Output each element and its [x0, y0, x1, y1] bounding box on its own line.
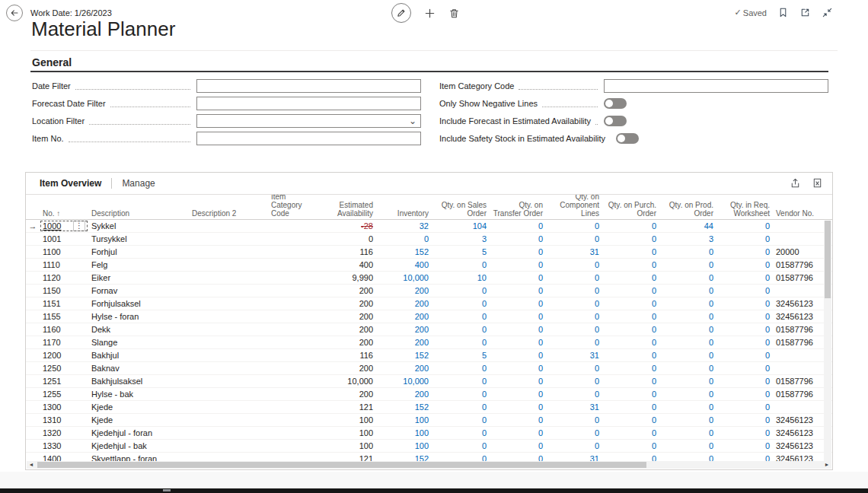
cell-qty-on-transfer-order[interactable]: 0 [490, 427, 546, 439]
column-header-qty-on-sales-order[interactable]: Qty. on Sales Order [432, 195, 490, 219]
cell-qty-on-purch-order[interactable]: 0 [602, 310, 659, 323]
cell-description[interactable]: Forhjul [88, 246, 189, 258]
cell-inventory[interactable]: 200 [376, 310, 432, 323]
cell-qty-on-transfer-order[interactable]: 0 [490, 414, 546, 426]
cell-qty-in-req-worksheet[interactable]: 0 [716, 336, 773, 348]
cell-qty-in-req-worksheet[interactable]: 0 [716, 285, 773, 297]
cell-qty-on-component-lines[interactable]: 0 [546, 336, 602, 348]
cell-inventory[interactable]: 152 [376, 349, 432, 361]
only-show-negative-lines-toggle[interactable] [604, 98, 627, 109]
cell-qty-on-transfer-order[interactable]: 0 [490, 297, 546, 310]
cell-qty-in-req-worksheet[interactable]: 0 [716, 272, 773, 284]
cell-description[interactable]: Baknav [88, 362, 189, 374]
cell-qty-on-prod-order[interactable]: 0 [659, 246, 716, 258]
scroll-right-icon[interactable]: ► [822, 461, 831, 469]
share-button[interactable] [790, 177, 801, 189]
cell-qty-on-purch-order[interactable]: 0 [602, 440, 659, 452]
cell-description[interactable]: Kjedehjul - bak [88, 440, 189, 452]
cell-estimated-availability[interactable]: 200 [320, 388, 376, 400]
cell-no[interactable]: 1310 [40, 414, 88, 426]
cell-description-2[interactable] [189, 323, 268, 336]
cell-description[interactable]: Forhjulsaksel [88, 297, 189, 310]
cell-qty-on-sales-order[interactable]: 0 [432, 362, 490, 374]
location-filter-select[interactable] [196, 114, 421, 128]
cell-qty-on-transfer-order[interactable]: 0 [490, 272, 546, 284]
cell-inventory[interactable]: 152 [376, 401, 432, 413]
cell-inventory[interactable]: 200 [376, 323, 432, 336]
cell-no[interactable]: 1000⋮ [40, 220, 88, 232]
cell-qty-on-transfer-order[interactable]: 0 [490, 336, 546, 348]
cell-qty-on-transfer-order[interactable]: 0 [490, 388, 546, 400]
cell-inventory[interactable]: 200 [376, 336, 432, 348]
cell-qty-in-req-worksheet[interactable]: 0 [716, 323, 773, 336]
cell-qty-on-sales-order[interactable]: 5 [432, 246, 490, 258]
cell-qty-on-sales-order[interactable]: 0 [432, 414, 490, 426]
cell-no[interactable]: 1250 [40, 362, 88, 374]
cell-no[interactable]: 1255 [40, 388, 88, 400]
cell-description-2[interactable] [189, 310, 268, 323]
cell-estimated-availability[interactable]: 9,990 [320, 272, 376, 284]
cell-qty-on-transfer-order[interactable]: 0 [490, 375, 546, 387]
open-in-new-window-button[interactable] [799, 7, 811, 18]
cell-description-2[interactable] [189, 233, 268, 245]
cell-inventory[interactable]: 200 [376, 297, 432, 310]
cell-description-2[interactable] [189, 440, 268, 452]
cell-no[interactable]: 1001 [40, 233, 88, 245]
cell-qty-on-purch-order[interactable]: 0 [602, 375, 659, 387]
cell-description-2[interactable] [189, 414, 268, 426]
cell-inventory[interactable]: 10,000 [376, 272, 432, 284]
cell-qty-on-purch-order[interactable]: 0 [602, 297, 659, 310]
cell-qty-on-component-lines[interactable]: 0 [546, 440, 602, 452]
cell-description[interactable]: Eiker [88, 272, 189, 284]
cell-description[interactable]: Slange [88, 336, 189, 348]
cell-qty-on-component-lines[interactable]: 0 [546, 297, 602, 310]
cell-vendor-no[interactable]: 01587796 [773, 375, 823, 387]
cell-description[interactable]: Sykkel [88, 220, 189, 232]
cell-description[interactable]: Kjede [88, 401, 189, 413]
cell-qty-on-sales-order[interactable]: 0 [432, 310, 490, 323]
cell-estimated-availability[interactable]: 200 [320, 362, 376, 374]
cell-item-category-code[interactable] [268, 272, 320, 284]
cell-qty-on-sales-order[interactable]: 5 [432, 349, 490, 361]
cell-vendor-no[interactable] [773, 285, 823, 297]
cell-inventory[interactable]: 200 [376, 388, 432, 400]
cell-qty-in-req-worksheet[interactable]: 0 [716, 414, 773, 426]
cell-qty-on-sales-order[interactable]: 0 [432, 427, 490, 439]
cell-qty-on-prod-order[interactable]: 0 [659, 427, 716, 439]
column-header-qty-on-prod-order[interactable]: Qty. on Prod. Order [659, 195, 716, 219]
column-header-inventory[interactable]: Inventory [376, 195, 432, 219]
cell-estimated-availability[interactable]: 116 [320, 349, 376, 361]
cell-no[interactable]: 1155 [40, 310, 88, 323]
cell-inventory[interactable]: 100 [376, 414, 432, 426]
cell-description[interactable]: Kjedehjul - foran [88, 427, 189, 439]
cell-qty-on-transfer-order[interactable]: 0 [490, 233, 546, 245]
cell-qty-on-purch-order[interactable]: 0 [602, 272, 659, 284]
cell-no[interactable]: 1151 [40, 297, 88, 310]
cell-inventory[interactable]: 100 [376, 427, 432, 439]
cell-qty-on-component-lines[interactable]: 0 [546, 285, 602, 297]
cell-qty-on-component-lines[interactable]: 0 [546, 388, 602, 400]
cell-qty-on-sales-order[interactable]: 10 [432, 272, 490, 284]
cell-qty-on-purch-order[interactable]: 0 [602, 414, 659, 426]
new-button[interactable] [424, 8, 436, 19]
cell-description[interactable]: Kjede [88, 414, 189, 426]
cell-qty-in-req-worksheet[interactable]: 0 [716, 349, 773, 361]
cell-qty-on-sales-order[interactable]: 0 [432, 440, 490, 452]
item-no-input[interactable] [196, 132, 421, 145]
back-button[interactable] [6, 5, 23, 21]
cell-qty-in-req-worksheet[interactable]: 0 [716, 388, 773, 400]
cell-qty-on-transfer-order[interactable]: 0 [490, 285, 546, 297]
cell-qty-on-prod-order[interactable]: 0 [659, 336, 716, 348]
cell-description-2[interactable] [189, 401, 268, 413]
cell-qty-in-req-worksheet[interactable]: 0 [716, 362, 773, 374]
cell-description-2[interactable] [189, 427, 268, 439]
cell-qty-on-sales-order[interactable]: 0 [432, 388, 490, 400]
cell-qty-on-purch-order[interactable]: 0 [602, 388, 659, 400]
cell-description-2[interactable] [189, 375, 268, 387]
cell-description-2[interactable] [189, 297, 268, 310]
cell-item-category-code[interactable] [268, 233, 320, 245]
cell-vendor-no[interactable]: 32456123 [773, 427, 823, 439]
cell-description-2[interactable] [189, 220, 268, 232]
cell-estimated-availability[interactable]: 100 [320, 427, 376, 439]
cell-description-2[interactable] [189, 285, 268, 297]
